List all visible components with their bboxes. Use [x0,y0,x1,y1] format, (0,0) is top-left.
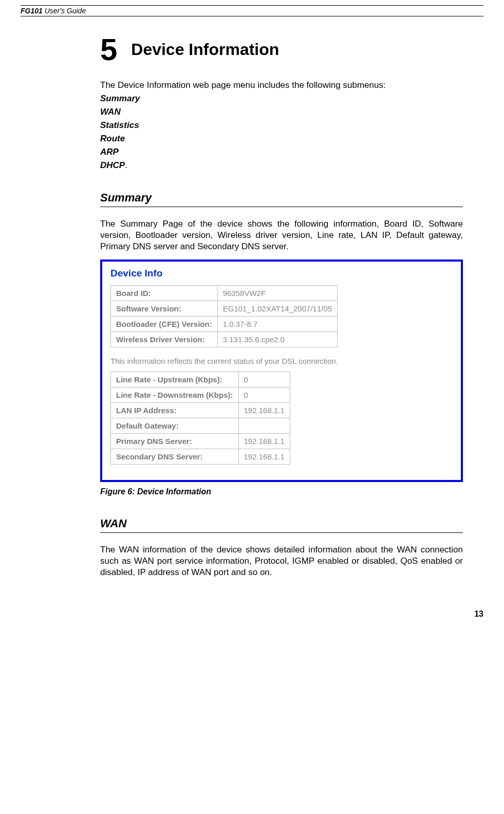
info-value: EG101_1.02XAT14_2007/11/05 [217,301,337,317]
info-value: 1.0.37-8.7 [217,317,337,332]
info-value: 192.168.1.1 [238,449,290,465]
info-label: Board ID: [111,286,218,301]
info-value: 96358VW2F [217,286,337,301]
device-info-title: Device Info [110,268,453,279]
table-row: Line Rate - Downstream (Kbps): 0 [111,387,290,403]
submenu-arp: ARP [100,147,463,157]
info-label: Default Gateway: [111,418,239,434]
table-row: Board ID: 96358VW2F [111,286,338,301]
table-row: Bootloader (CFE) Version: 1.0.37-8.7 [111,317,338,332]
section-summary-text: The Summary Page of the device shows the… [100,218,463,252]
info-value: 3.131.35.6.cpe2.0 [217,332,337,347]
content: 5 Device Information The Device Informat… [100,32,463,579]
info-value: 0 [238,372,290,387]
section-wan-title: WAN [100,517,463,533]
info-label: Wireless Driver Version: [111,332,218,347]
info-value: 192.168.1.1 [238,434,290,449]
info-label: Line Rate - Upstream (Kbps): [111,372,239,387]
section-summary-title: Summary [100,191,463,207]
info-value: 192.168.1.1 [238,403,290,418]
table-row: Secondary DNS Server: 192.168.1.1 [111,449,290,465]
table-row: Wireless Driver Version: 3.131.35.6.cpe2… [111,332,338,347]
info-label: Secondary DNS Server: [111,449,239,465]
figure-caption: Figure 6: Device Information [100,487,463,496]
submenu-route: Route [100,134,463,144]
submenu-statistics: Statistics [100,120,463,131]
chapter-title: 5 Device Information [100,32,463,67]
table-row: Software Version: EG101_1.02XAT14_2007/1… [111,301,338,317]
submenu-dhcp: DHCP. [100,160,463,171]
info-label: LAN IP Address: [111,403,239,418]
device-info-box: Device Info Board ID: 96358VW2F Software… [100,260,463,482]
dsl-note: This information reflects the current st… [110,357,453,365]
page-header: FG101 User's Guide [21,5,483,16]
device-info-table1: Board ID: 96358VW2F Software Version: EG… [110,285,338,347]
header-product: FG101 [21,7,43,15]
info-label: Line Rate - Downstream (Kbps): [111,387,239,403]
info-value [238,418,290,434]
chapter-text: Device Information [131,40,279,59]
submenu-summary: Summary [100,94,463,104]
intro-text: The Device Information web page menu inc… [100,80,463,90]
table-row: Default Gateway: [111,418,290,434]
table-row: Primary DNS Server: 192.168.1.1 [111,434,290,449]
device-info-table2: Line Rate - Upstream (Kbps): 0 Line Rate… [110,372,290,465]
submenu-wan: WAN [100,107,463,117]
info-value: 0 [238,387,290,403]
page-number: 13 [21,609,483,619]
table-row: LAN IP Address: 192.168.1.1 [111,403,290,418]
info-label: Primary DNS Server: [111,434,239,449]
section-wan-text: The WAN information of the device shows … [100,544,463,578]
info-label: Software Version: [111,301,218,317]
chapter-number: 5 [100,32,117,67]
table-row: Line Rate - Upstream (Kbps): 0 [111,372,290,387]
header-guide: User's Guide [43,7,86,15]
info-label: Bootloader (CFE) Version: [111,317,218,332]
